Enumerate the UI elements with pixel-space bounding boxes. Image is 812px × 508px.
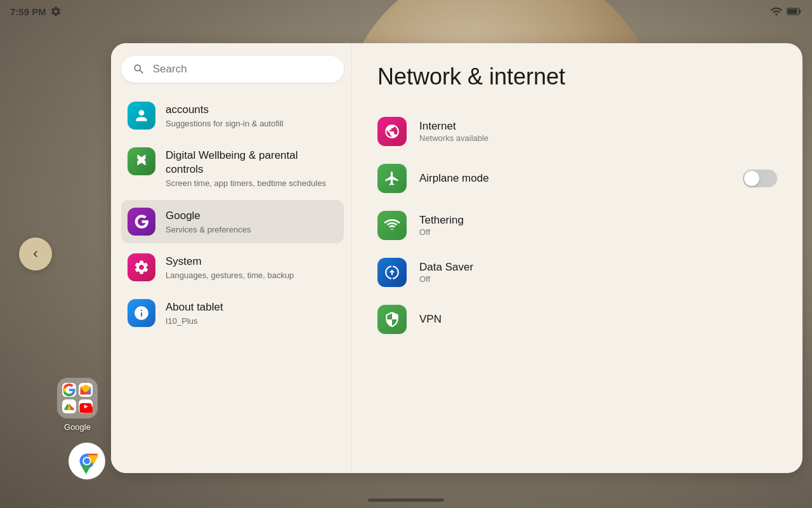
search-input[interactable] — [153, 63, 332, 76]
system-title: System — [166, 255, 294, 269]
tethering-subtitle: Off — [419, 227, 777, 237]
svg-rect-2 — [799, 10, 801, 13]
search-icon — [133, 62, 145, 76]
sidebar-item-accounts[interactable]: accounts Suggestions for sign-in & autof… — [121, 94, 344, 137]
internet-subtitle: Networks available — [419, 133, 777, 143]
svg-point-8 — [84, 458, 90, 464]
back-button[interactable] — [19, 237, 52, 271]
home-indicator — [368, 498, 444, 502]
gear-icon — [50, 6, 62, 17]
folder-app-google — [62, 383, 76, 397]
about-title: About tablet — [166, 300, 223, 314]
chrome-icon — [69, 443, 105, 479]
sidebar-item-about[interactable]: About tablet I10_Plus — [121, 291, 344, 335]
search-bar[interactable] — [121, 56, 344, 83]
folder-icon — [57, 378, 98, 418]
content-title: Network & internet — [377, 64, 777, 90]
google-folder[interactable]: Google — [57, 378, 98, 432]
google-text: Google Services & preferences — [166, 208, 251, 236]
accounts-title: accounts — [166, 103, 284, 117]
google-settings-icon — [128, 208, 155, 236]
folder-label: Google — [64, 422, 91, 432]
internet-icon — [377, 117, 407, 146]
datasaver-text: Data Saver Off — [419, 261, 777, 284]
svg-rect-1 — [788, 9, 797, 14]
datasaver-subtitle: Off — [419, 274, 777, 284]
accounts-subtitle: Suggestions for sign-in & autofill — [166, 118, 284, 130]
system-subtitle: Languages, gestures, time, backup — [166, 270, 294, 281]
time-display: 7:59 PM — [10, 6, 46, 17]
content-item-airplane[interactable]: Airplane mode — [377, 155, 777, 202]
about-subtitle: I10_Plus — [166, 316, 223, 327]
sidebar-item-system[interactable]: System Languages, gestures, time, backup — [121, 246, 344, 289]
wellbeing-text: Digital Wellbeing & parental controls Sc… — [166, 147, 337, 189]
wellbeing-subtitle: Screen time, app timers, bedtime schedul… — [166, 178, 337, 189]
folder-app-drive — [62, 399, 76, 413]
airplane-icon — [377, 164, 407, 193]
internet-text: Internet Networks available — [419, 120, 777, 143]
sidebar-item-wellbeing[interactable]: Digital Wellbeing & parental controls Sc… — [121, 140, 344, 197]
sidebar: accounts Suggestions for sign-in & autof… — [111, 43, 352, 473]
tethering-text: Tethering Off — [419, 214, 777, 237]
content-item-vpn[interactable]: VPN — [377, 296, 777, 343]
datasaver-icon — [377, 258, 407, 287]
settings-panel: accounts Suggestions for sign-in & autof… — [111, 43, 802, 473]
airplane-title: Airplane mode — [419, 172, 730, 185]
system-text: System Languages, gestures, time, backup — [166, 253, 294, 281]
system-icon — [128, 253, 155, 281]
battery-icon — [787, 5, 802, 18]
vpn-icon — [377, 305, 407, 334]
status-right — [770, 5, 802, 18]
about-icon — [128, 299, 155, 327]
wellbeing-title: Digital Wellbeing & parental controls — [166, 149, 337, 177]
accounts-icon — [128, 102, 155, 130]
google-subtitle: Services & preferences — [166, 224, 251, 236]
tethering-icon — [377, 211, 407, 240]
content-item-tethering[interactable]: Tethering Off — [377, 202, 777, 249]
content-area: Network & internet Internet Networks ava… — [352, 43, 802, 473]
airplane-text: Airplane mode — [419, 172, 730, 185]
vpn-text: VPN — [419, 313, 777, 326]
folder-app-gmail — [79, 383, 93, 397]
internet-title: Internet — [419, 120, 777, 133]
status-bar: 7:59 PM — [0, 0, 812, 23]
folder-app-youtube — [79, 399, 93, 413]
airplane-toggle[interactable] — [743, 170, 777, 187]
google-title: Google — [166, 209, 251, 223]
vpn-title: VPN — [419, 313, 777, 326]
accounts-text: accounts Suggestions for sign-in & autof… — [166, 102, 284, 130]
content-item-datasaver[interactable]: Data Saver Off — [377, 249, 777, 296]
tethering-title: Tethering — [419, 214, 777, 227]
sidebar-item-google[interactable]: Google Services & preferences — [121, 200, 344, 243]
status-left: 7:59 PM — [10, 6, 62, 17]
content-item-internet[interactable]: Internet Networks available — [377, 108, 777, 155]
about-text: About tablet I10_Plus — [166, 299, 223, 327]
wifi-icon — [770, 5, 783, 18]
wellbeing-icon — [128, 147, 155, 175]
datasaver-title: Data Saver — [419, 261, 777, 274]
chrome-app[interactable] — [69, 443, 105, 479]
